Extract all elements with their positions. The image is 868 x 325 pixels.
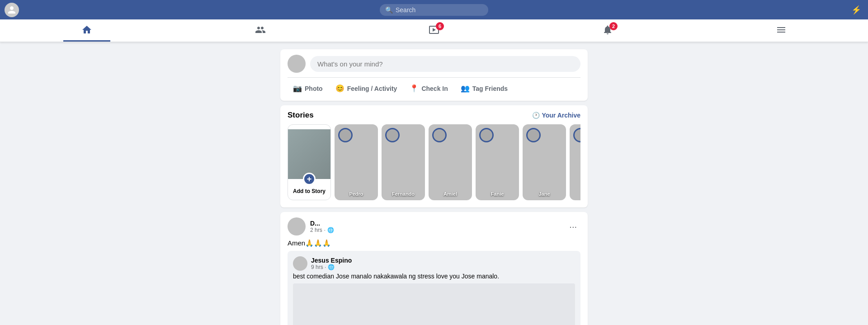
- feed-post: D... 2 hrs · 🌐 ··· Amen🙏🙏🙏 Jesus Espino: [280, 212, 588, 325]
- add-story-card[interactable]: + Add to Story: [288, 124, 331, 200]
- user-avatar[interactable]: [5, 3, 19, 17]
- post-author-details: D... 2 hrs · 🌐: [310, 220, 334, 233]
- nav-menu[interactable]: [758, 19, 805, 42]
- main-content: 📷 Photo 😊 Feeling / Activity 📍 Check In …: [280, 42, 588, 325]
- nav-right: ⚡: [849, 3, 863, 17]
- archive-label: Your Archive: [542, 112, 580, 119]
- story-bg: [335, 124, 378, 200]
- search-bar[interactable]: 🔍: [380, 4, 488, 16]
- shared-image-placeholder: [293, 283, 575, 325]
- search-icon: 🔍: [385, 6, 393, 14]
- shared-text: best comedian Jose manalo nakakawala ng …: [293, 273, 575, 280]
- story-avatar: [573, 128, 580, 142]
- story-name: Jane: [523, 191, 566, 197]
- post-content: Amen🙏🙏🙏 Jesus Espino 9 hrs · 🌐 best come…: [280, 239, 588, 325]
- story-card[interactable]: Rhizza: [570, 124, 580, 200]
- post-dot: ·: [324, 227, 326, 233]
- shared-time: 9 hrs · 🌐: [311, 264, 352, 270]
- tag-icon: 👥: [461, 84, 470, 93]
- story-bg: [523, 124, 566, 200]
- add-story-top: +: [288, 129, 330, 179]
- shared-time-text: 9 hrs: [311, 264, 323, 270]
- search-input[interactable]: [396, 6, 477, 14]
- composer-actions: 📷 Photo 😊 Feeling / Activity 📍 Check In …: [288, 77, 580, 95]
- photo-label: Photo: [305, 85, 323, 92]
- stories-header: Stories 🕐 Your Archive: [288, 111, 580, 120]
- post-avatar: [288, 217, 306, 236]
- stories-scroll: + Add to Story Pedro Fernando: [288, 124, 580, 202]
- shared-privacy-icon: · 🌐: [325, 264, 335, 270]
- shared-content: Jesus Espino 9 hrs · 🌐 best comedian Jos…: [288, 251, 580, 325]
- secondary-navigation: 6 2: [0, 19, 868, 42]
- post-composer: 📷 Photo 😊 Feeling / Activity 📍 Check In …: [280, 49, 588, 101]
- story-card[interactable]: Pedro: [335, 124, 378, 200]
- watch-badge: 6: [436, 22, 444, 30]
- story-bg: [382, 124, 425, 200]
- archive-icon: 🕐: [532, 112, 540, 119]
- shared-author-name: Jesus Espino: [311, 257, 352, 264]
- story-card[interactable]: Fernando: [382, 124, 425, 200]
- story-bg: [570, 124, 580, 200]
- stories-section: Stories 🕐 Your Archive + Add to Story Pe…: [280, 105, 588, 207]
- photo-video-button[interactable]: 📷 Photo: [288, 81, 328, 95]
- post-options-button[interactable]: ···: [566, 220, 580, 234]
- story-avatar: [479, 128, 494, 142]
- post-author-name: D...: [310, 220, 334, 227]
- story-card[interactable]: Jane: [523, 124, 566, 200]
- shared-author-details: Jesus Espino 9 hrs · 🌐: [311, 257, 352, 270]
- composer-top: [288, 55, 580, 73]
- add-story-plus-icon: +: [303, 173, 316, 185]
- archive-link[interactable]: 🕐 Your Archive: [532, 112, 580, 119]
- nav-watch[interactable]: 6: [410, 19, 458, 42]
- post-text: Amen🙏🙏🙏: [288, 239, 580, 247]
- story-avatar: [385, 128, 400, 142]
- story-card[interactable]: Fanie: [476, 124, 519, 200]
- stories-title: Stories: [288, 111, 314, 120]
- story-bg: [476, 124, 519, 200]
- post-header: D... 2 hrs · 🌐 ···: [280, 212, 588, 239]
- post-time: 2 hrs: [310, 227, 322, 233]
- checkin-label: Check In: [421, 85, 448, 92]
- story-card[interactable]: Amiel: [429, 124, 472, 200]
- top-navigation: 🔍 ⚡: [0, 0, 868, 19]
- checkin-icon: 📍: [410, 84, 419, 93]
- photo-icon: 📷: [293, 84, 302, 93]
- post-privacy-icon: 🌐: [327, 227, 334, 233]
- story-avatar: [338, 128, 353, 142]
- notifications-badge: 2: [609, 22, 618, 30]
- tag-friends-button[interactable]: 👥 Tag Friends: [455, 81, 513, 95]
- nav-friends[interactable]: [237, 19, 284, 42]
- post-author-info: D... 2 hrs · 🌐: [288, 217, 334, 236]
- tag-label: Tag Friends: [472, 85, 508, 92]
- add-story-label: Add to Story: [293, 188, 326, 194]
- whats-on-your-mind-input[interactable]: [310, 56, 580, 72]
- messenger-icon[interactable]: ⚡: [849, 3, 863, 17]
- story-avatar: [432, 128, 447, 142]
- post-meta: 2 hrs · 🌐: [310, 227, 334, 233]
- shared-author-avatar: [293, 256, 307, 271]
- story-name: Pedro: [335, 191, 378, 197]
- story-name: Rhizza: [570, 191, 580, 197]
- feeling-activity-button[interactable]: 😊 Feeling / Activity: [330, 81, 403, 95]
- story-name: Fernando: [382, 191, 425, 197]
- composer-avatar: [288, 55, 306, 73]
- story-bg: [429, 124, 472, 200]
- check-in-button[interactable]: 📍 Check In: [404, 81, 453, 95]
- nav-notifications[interactable]: 2: [584, 19, 631, 42]
- story-avatar: [526, 128, 541, 142]
- feeling-icon: 😊: [335, 84, 344, 93]
- nav-home[interactable]: [63, 19, 110, 42]
- nav-left: [5, 3, 19, 17]
- story-name: Amiel: [429, 191, 472, 197]
- story-name: Fanie: [476, 191, 519, 197]
- feeling-label: Feeling / Activity: [347, 85, 397, 92]
